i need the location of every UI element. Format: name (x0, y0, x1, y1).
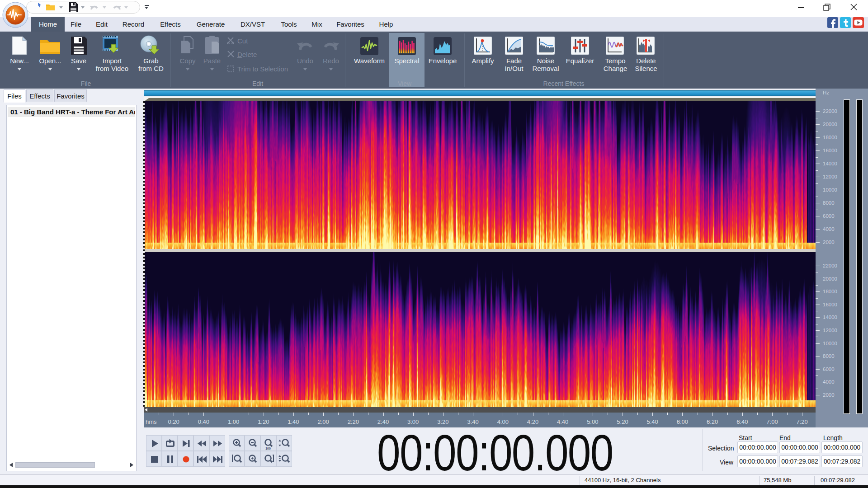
svg-text:100: 100 (265, 447, 271, 450)
